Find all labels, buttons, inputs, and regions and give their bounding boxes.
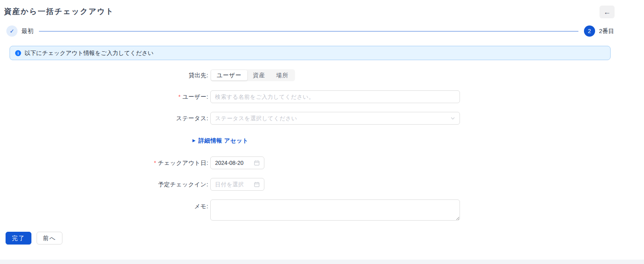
form-row-details-link: ▶ 詳細情報 アセット (0, 137, 644, 145)
form-row-note: メモ: (0, 199, 644, 222)
user-label: *ユーザー: (0, 93, 208, 101)
step-first-label: 最初 (21, 27, 33, 35)
note-textarea[interactable] (210, 199, 460, 221)
page-header: 資産から一括チェックアウト ← (0, 0, 644, 18)
details-asset-link[interactable]: ▶ 詳細情報 アセット (192, 137, 248, 145)
previous-button[interactable]: 前へ (37, 232, 62, 244)
target-label: 貸出先: (0, 72, 208, 79)
expected-checkin-label: 予定チェックイン: (0, 181, 208, 188)
info-alert: i 以下にチェックアウト情報をご入力してください (10, 46, 611, 60)
info-alert-message: 以下にチェックアウト情報をご入力してください (25, 49, 153, 57)
arrow-left-icon: ← (603, 8, 611, 16)
required-mark: * (154, 160, 156, 166)
calendar-icon (254, 182, 260, 187)
checkout-page: 資産から一括チェックアウト ← ✓ 最初 2 2番目 i 以下にチェックアウト情… (0, 0, 644, 260)
page-title: 資産から一括チェックアウト (4, 6, 114, 17)
form-row-status: ステータス: (0, 112, 644, 125)
form-row-expected-checkin: 予定チェックイン: (0, 178, 644, 191)
info-circle-icon: i (15, 50, 21, 56)
segment-option-location[interactable]: 場所 (271, 70, 294, 80)
details-asset-link-label: 詳細情報 アセット (198, 137, 248, 145)
form-row-user: *ユーザー: (0, 90, 644, 103)
back-button[interactable]: ← (599, 6, 615, 18)
caret-right-icon: ▶ (192, 139, 196, 143)
finish-button[interactable]: 完了 (6, 232, 31, 244)
checkout-date-label-text: チェックアウト日: (158, 160, 208, 166)
step-connector-line (39, 31, 578, 31)
checkout-date-picker[interactable] (210, 156, 264, 169)
status-label: ステータス: (0, 115, 208, 122)
required-mark: * (178, 94, 181, 100)
chevron-down-icon (450, 116, 455, 121)
step-first[interactable]: ✓ 最初 (6, 25, 33, 37)
expected-checkin-picker[interactable] (210, 178, 264, 191)
checkout-date-input[interactable] (215, 160, 252, 166)
segment-option-user[interactable]: ユーザー (211, 70, 247, 80)
checkout-date-label: *チェックアウト日: (0, 159, 208, 167)
expected-checkin-input[interactable] (215, 181, 252, 188)
user-label-text: ユーザー: (182, 94, 208, 100)
status-select-input[interactable] (215, 115, 450, 121)
step-second-label: 2番目 (599, 27, 614, 35)
step-second[interactable]: 2 2番目 (584, 25, 614, 37)
step-second-number-badge: 2 (584, 25, 595, 37)
steps-bar: ✓ 最初 2 2番目 (6, 25, 614, 37)
note-label: メモ: (0, 199, 208, 210)
calendar-icon (254, 160, 260, 166)
target-segmented-control: ユーザー 資産 場所 (210, 69, 295, 81)
segment-option-asset[interactable]: 資産 (247, 70, 271, 80)
form-row-target: 貸出先: ユーザー 資産 場所 (0, 69, 644, 82)
checkout-form: 貸出先: ユーザー 資産 場所 *ユーザー: ステータス: (0, 69, 644, 222)
form-footer: 完了 前へ (6, 232, 644, 244)
step-finished-check-icon: ✓ (6, 25, 17, 37)
form-row-checkout-date: *チェックアウト日: (0, 156, 644, 169)
user-search-input[interactable] (210, 90, 460, 103)
status-select[interactable] (210, 112, 460, 125)
